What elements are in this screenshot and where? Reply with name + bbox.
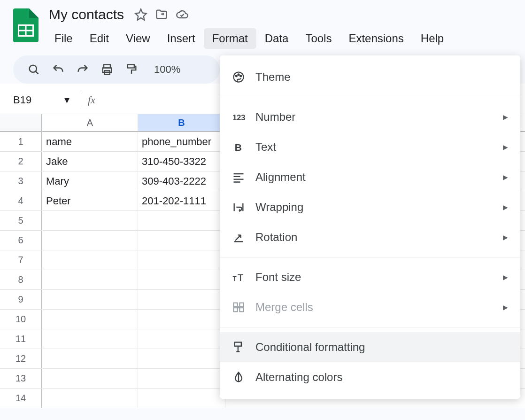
- row-header[interactable]: 7: [0, 250, 42, 270]
- dropdown-caret-icon: ▾: [64, 94, 69, 106]
- menu-help[interactable]: Help: [412, 28, 452, 49]
- row-header[interactable]: 1: [0, 132, 42, 151]
- cell[interactable]: [42, 250, 138, 270]
- cell[interactable]: [138, 349, 225, 368]
- cell[interactable]: [42, 310, 138, 329]
- column-header-B[interactable]: B: [138, 114, 225, 131]
- row-header[interactable]: 4: [0, 191, 42, 210]
- row-header[interactable]: 10: [0, 310, 42, 329]
- cell[interactable]: [138, 211, 225, 230]
- formula-bar-fx-icon: fx: [88, 94, 95, 106]
- svg-point-7: [238, 74, 239, 75]
- cell[interactable]: Peter: [42, 191, 138, 210]
- svg-rect-15: [234, 308, 238, 311]
- cell[interactable]: [42, 389, 138, 408]
- format-menu-font-size[interactable]: TTFont size▶: [220, 262, 520, 292]
- row-header[interactable]: 14: [0, 389, 42, 408]
- format-menu-theme[interactable]: Theme: [220, 62, 520, 92]
- svg-text:T: T: [232, 275, 237, 282]
- menu-format[interactable]: Format: [204, 28, 256, 49]
- cell[interactable]: [42, 290, 138, 309]
- cell[interactable]: 310-450-3322: [138, 152, 225, 171]
- cloud-saved-icon[interactable]: [176, 8, 189, 21]
- menu-separator: [220, 327, 520, 327]
- toolbar: 100%: [13, 55, 220, 84]
- theme-icon: [232, 70, 245, 84]
- cell[interactable]: Jake: [42, 152, 138, 171]
- format-menu-text[interactable]: BText▶: [220, 132, 520, 162]
- cell[interactable]: [42, 270, 138, 289]
- search-icon[interactable]: [27, 63, 40, 76]
- menu-tools[interactable]: Tools: [297, 28, 340, 49]
- submenu-arrow-icon: ▶: [503, 143, 508, 151]
- svg-rect-14: [239, 303, 243, 307]
- svg-point-8: [240, 75, 241, 77]
- row-header[interactable]: 8: [0, 270, 42, 289]
- cell[interactable]: [138, 231, 225, 250]
- menu-item-label: Rotation: [255, 231, 493, 244]
- format-menu-alternating-colors[interactable]: Alternating colors: [220, 362, 520, 392]
- menu-item-label: Merge cells: [255, 301, 493, 314]
- cell[interactable]: 309-403-2222: [138, 171, 225, 191]
- move-folder-icon[interactable]: [155, 8, 168, 21]
- cell[interactable]: Mary: [42, 171, 138, 191]
- menu-view[interactable]: View: [117, 28, 159, 49]
- cell[interactable]: [138, 310, 225, 329]
- format-menu-number[interactable]: 123Number▶: [220, 102, 520, 132]
- sheets-logo[interactable]: [13, 8, 39, 42]
- format-menu-wrapping[interactable]: Wrapping▶: [220, 192, 520, 222]
- row-header[interactable]: 9: [0, 290, 42, 309]
- undo-icon[interactable]: [52, 63, 65, 76]
- submenu-arrow-icon: ▶: [503, 273, 508, 281]
- row-header[interactable]: 3: [0, 171, 42, 191]
- name-box[interactable]: B19 ▾: [13, 94, 74, 106]
- cell[interactable]: [138, 250, 225, 270]
- condfmt-icon: [232, 341, 245, 354]
- redo-icon[interactable]: [76, 63, 89, 76]
- svg-text:T: T: [238, 272, 244, 283]
- submenu-arrow-icon: ▶: [503, 203, 508, 211]
- row-header[interactable]: 13: [0, 369, 42, 388]
- separator: [81, 93, 81, 107]
- svg-text:123: 123: [232, 113, 245, 122]
- cell[interactable]: [42, 349, 138, 368]
- column-header-A[interactable]: A: [42, 114, 138, 131]
- cell[interactable]: [42, 329, 138, 349]
- document-title[interactable]: My contacts: [46, 6, 127, 23]
- print-icon[interactable]: [100, 63, 114, 76]
- cell[interactable]: [138, 369, 225, 388]
- cell[interactable]: [138, 329, 225, 349]
- cell[interactable]: [42, 231, 138, 250]
- menu-file[interactable]: File: [46, 28, 81, 49]
- row-header[interactable]: 5: [0, 211, 42, 230]
- cell[interactable]: phone_number: [138, 132, 225, 151]
- format-menu-rotation[interactable]: Rotation▶: [220, 222, 520, 252]
- cell[interactable]: 201-202-1111: [138, 191, 225, 210]
- altcolors-icon: [232, 371, 245, 384]
- row-header[interactable]: 11: [0, 329, 42, 349]
- menu-extensions[interactable]: Extensions: [340, 28, 412, 49]
- row-header[interactable]: 2: [0, 152, 42, 171]
- star-icon[interactable]: [134, 8, 147, 21]
- cell[interactable]: [42, 369, 138, 388]
- menu-data[interactable]: Data: [256, 28, 297, 49]
- cell[interactable]: [42, 211, 138, 230]
- format-menu-conditional-formatting[interactable]: Conditional formatting: [220, 332, 520, 362]
- cell[interactable]: name: [42, 132, 138, 151]
- submenu-arrow-icon: ▶: [503, 233, 508, 241]
- zoom-level[interactable]: 100%: [154, 63, 180, 76]
- format-menu-merge-cells: Merge cells▶: [220, 292, 520, 322]
- menu-insert[interactable]: Insert: [159, 28, 204, 49]
- format-menu-alignment[interactable]: Alignment▶: [220, 162, 520, 192]
- menu-separator: [220, 257, 520, 257]
- menu-edit[interactable]: Edit: [81, 28, 117, 49]
- number-icon: 123: [232, 110, 245, 124]
- cell[interactable]: [138, 270, 225, 289]
- cell[interactable]: [138, 389, 225, 408]
- row-header[interactable]: 6: [0, 231, 42, 250]
- menu-item-label: Alignment: [255, 171, 493, 184]
- cell[interactable]: [138, 290, 225, 309]
- row-header[interactable]: 12: [0, 349, 42, 368]
- paint-format-icon[interactable]: [125, 63, 138, 76]
- select-all-corner[interactable]: [0, 114, 42, 131]
